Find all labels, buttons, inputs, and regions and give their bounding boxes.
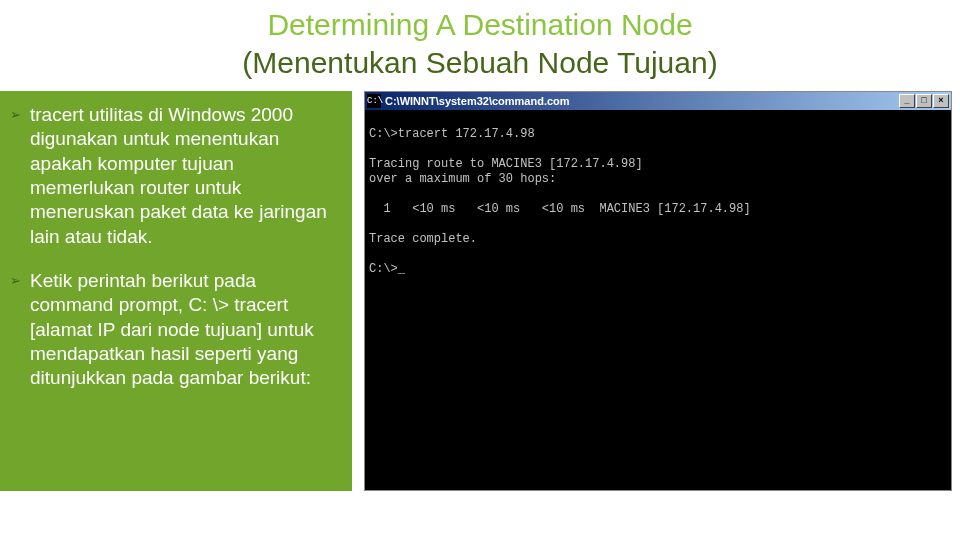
command-window: C:\ C:\WINNT\system32\command.com _ □ × … bbox=[364, 91, 952, 491]
right-image-panel: C:\ C:\WINNT\system32\command.com _ □ × … bbox=[364, 91, 960, 491]
bullet-item: ➢ Ketik perintah berikut pada command pr… bbox=[10, 269, 338, 391]
bullet-item: ➢ tracert utilitas di Windows 2000 digun… bbox=[10, 103, 338, 249]
window-titlebar: C:\ C:\WINNT\system32\command.com _ □ × bbox=[365, 92, 951, 110]
bullet-text: tracert utilitas di Windows 2000 digunak… bbox=[30, 103, 338, 249]
slide-subtitle: (Menentukan Sebuah Node Tujuan) bbox=[0, 44, 960, 82]
left-text-panel: ➢ tracert utilitas di Windows 2000 digun… bbox=[0, 91, 352, 491]
window-title-text: C:\WINNT\system32\command.com bbox=[385, 95, 899, 107]
bullet-text: Ketik perintah berikut pada command prom… bbox=[30, 269, 338, 391]
arrow-bullet-icon: ➢ bbox=[10, 103, 22, 249]
slide-title-area: Determining A Destination Node (Menentuk… bbox=[0, 0, 960, 91]
slide-title: Determining A Destination Node bbox=[0, 6, 960, 44]
cmd-app-icon: C:\ bbox=[367, 94, 381, 108]
command-output: C:\>tracert 172.17.4.98 Tracing route to… bbox=[365, 110, 951, 490]
close-button[interactable]: × bbox=[933, 94, 949, 108]
window-control-buttons: _ □ × bbox=[899, 94, 949, 108]
arrow-bullet-icon: ➢ bbox=[10, 269, 22, 391]
maximize-button[interactable]: □ bbox=[916, 94, 932, 108]
minimize-button[interactable]: _ bbox=[899, 94, 915, 108]
content-row: ➢ tracert utilitas di Windows 2000 digun… bbox=[0, 91, 960, 491]
